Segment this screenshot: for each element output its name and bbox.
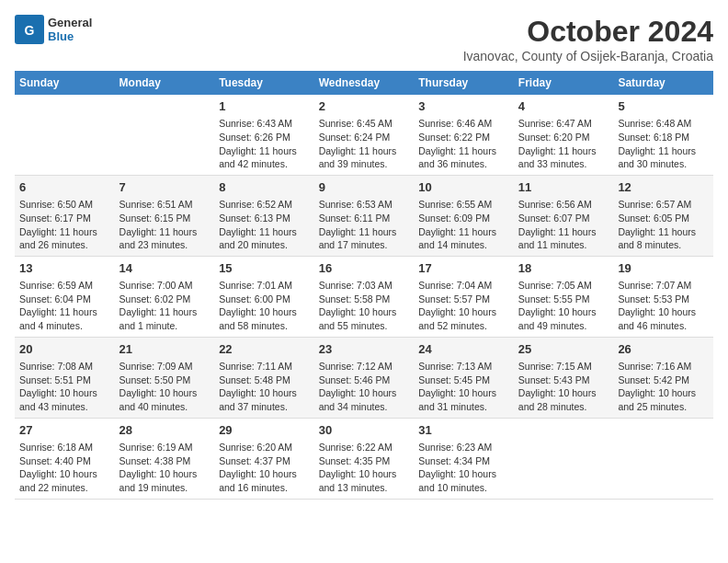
calendar-table: SundayMondayTuesdayWednesdayThursdayFrid…: [15, 71, 713, 500]
day-header-wednesday: Wednesday: [314, 71, 415, 95]
page-header: G General Blue October 2024 Ivanovac, Co…: [15, 15, 713, 63]
calendar-cell: 11Sunrise: 6:56 AMSunset: 6:07 PMDayligh…: [514, 175, 614, 256]
day-header-thursday: Thursday: [414, 71, 514, 95]
calendar-cell: 9Sunrise: 6:53 AMSunset: 6:11 PMDaylight…: [314, 175, 415, 256]
page-title: October 2024: [463, 15, 713, 49]
calendar-cell: 16Sunrise: 7:03 AMSunset: 5:58 PMDayligh…: [314, 256, 415, 337]
calendar-cell: 22Sunrise: 7:11 AMSunset: 5:48 PMDayligh…: [214, 337, 314, 418]
calendar-week-row: 1Sunrise: 6:43 AMSunset: 6:26 PMDaylight…: [15, 95, 713, 175]
calendar-cell: 28Sunrise: 6:19 AMSunset: 4:38 PMDayligh…: [115, 418, 215, 499]
calendar-cell: [15, 95, 115, 175]
day-info: Sunrise: 7:15 AMSunset: 5:43 PMDaylight:…: [518, 360, 609, 414]
calendar-cell: 1Sunrise: 6:43 AMSunset: 6:26 PMDaylight…: [214, 95, 314, 175]
day-number: 30: [319, 422, 410, 439]
day-info: Sunrise: 6:48 AMSunset: 6:18 PMDaylight:…: [618, 117, 709, 171]
title-block: October 2024 Ivanovac, County of Osijek-…: [463, 15, 713, 63]
day-header-tuesday: Tuesday: [214, 71, 314, 95]
calendar-cell: 2Sunrise: 6:45 AMSunset: 6:24 PMDaylight…: [314, 95, 415, 175]
day-number: 8: [219, 179, 310, 196]
calendar-cell: 7Sunrise: 6:51 AMSunset: 6:15 PMDaylight…: [115, 175, 215, 256]
calendar-cell: 15Sunrise: 7:01 AMSunset: 6:00 PMDayligh…: [214, 256, 314, 337]
day-number: 14: [119, 260, 210, 277]
calendar-cell: [613, 418, 713, 499]
calendar-week-row: 13Sunrise: 6:59 AMSunset: 6:04 PMDayligh…: [15, 256, 713, 337]
day-info: Sunrise: 6:52 AMSunset: 6:13 PMDaylight:…: [219, 198, 310, 252]
day-number: 27: [19, 422, 110, 439]
day-info: Sunrise: 7:08 AMSunset: 5:51 PMDaylight:…: [19, 360, 110, 414]
day-header-friday: Friday: [514, 71, 614, 95]
calendar-cell: 20Sunrise: 7:08 AMSunset: 5:51 PMDayligh…: [15, 337, 115, 418]
day-number: 31: [418, 422, 509, 439]
day-number: 19: [618, 260, 709, 277]
calendar-cell: 24Sunrise: 7:13 AMSunset: 5:45 PMDayligh…: [414, 337, 514, 418]
day-number: 23: [319, 341, 410, 358]
day-header-monday: Monday: [115, 71, 215, 95]
day-number: 16: [319, 260, 410, 277]
calendar-cell: 17Sunrise: 7:04 AMSunset: 5:57 PMDayligh…: [414, 256, 514, 337]
calendar-week-row: 20Sunrise: 7:08 AMSunset: 5:51 PMDayligh…: [15, 337, 713, 418]
calendar-header-row: SundayMondayTuesdayWednesdayThursdayFrid…: [15, 71, 713, 95]
day-number: 7: [119, 179, 210, 196]
calendar-cell: 30Sunrise: 6:22 AMSunset: 4:35 PMDayligh…: [314, 418, 415, 499]
day-number: 5: [618, 98, 709, 115]
day-info: Sunrise: 7:01 AMSunset: 6:00 PMDaylight:…: [219, 279, 310, 333]
day-number: 15: [219, 260, 310, 277]
day-info: Sunrise: 6:19 AMSunset: 4:38 PMDaylight:…: [119, 441, 210, 495]
calendar-cell: 29Sunrise: 6:20 AMSunset: 4:37 PMDayligh…: [214, 418, 314, 499]
day-number: 26: [618, 341, 709, 358]
calendar-week-row: 6Sunrise: 6:50 AMSunset: 6:17 PMDaylight…: [15, 175, 713, 256]
day-info: Sunrise: 7:13 AMSunset: 5:45 PMDaylight:…: [418, 360, 509, 414]
day-info: Sunrise: 6:23 AMSunset: 4:34 PMDaylight:…: [418, 441, 509, 495]
day-header-saturday: Saturday: [613, 71, 713, 95]
day-info: Sunrise: 7:05 AMSunset: 5:55 PMDaylight:…: [518, 279, 609, 333]
calendar-cell: [115, 95, 215, 175]
day-info: Sunrise: 6:55 AMSunset: 6:09 PMDaylight:…: [418, 198, 509, 252]
day-info: Sunrise: 7:03 AMSunset: 5:58 PMDaylight:…: [319, 279, 410, 333]
day-info: Sunrise: 7:09 AMSunset: 5:50 PMDaylight:…: [119, 360, 210, 414]
calendar-cell: 4Sunrise: 6:47 AMSunset: 6:20 PMDaylight…: [514, 95, 614, 175]
calendar-cell: 21Sunrise: 7:09 AMSunset: 5:50 PMDayligh…: [115, 337, 215, 418]
day-number: 18: [518, 260, 609, 277]
calendar-cell: 6Sunrise: 6:50 AMSunset: 6:17 PMDaylight…: [15, 175, 115, 256]
day-number: 3: [418, 98, 509, 115]
calendar-cell: 10Sunrise: 6:55 AMSunset: 6:09 PMDayligh…: [414, 175, 514, 256]
day-info: Sunrise: 7:16 AMSunset: 5:42 PMDaylight:…: [618, 360, 709, 414]
calendar-cell: 18Sunrise: 7:05 AMSunset: 5:55 PMDayligh…: [514, 256, 614, 337]
calendar-cell: 27Sunrise: 6:18 AMSunset: 4:40 PMDayligh…: [15, 418, 115, 499]
day-info: Sunrise: 7:07 AMSunset: 5:53 PMDaylight:…: [618, 279, 709, 333]
svg-text:G: G: [25, 23, 35, 38]
day-info: Sunrise: 6:51 AMSunset: 6:15 PMDaylight:…: [119, 198, 210, 252]
day-number: 6: [19, 179, 110, 196]
logo: G General Blue: [15, 15, 92, 44]
day-number: 13: [19, 260, 110, 277]
day-number: 22: [219, 341, 310, 358]
day-info: Sunrise: 6:57 AMSunset: 6:05 PMDaylight:…: [618, 198, 709, 252]
day-info: Sunrise: 7:11 AMSunset: 5:48 PMDaylight:…: [219, 360, 310, 414]
day-info: Sunrise: 6:22 AMSunset: 4:35 PMDaylight:…: [319, 441, 410, 495]
day-info: Sunrise: 6:47 AMSunset: 6:20 PMDaylight:…: [518, 117, 609, 171]
logo-general: General: [48, 16, 92, 29]
day-info: Sunrise: 6:20 AMSunset: 4:37 PMDaylight:…: [219, 441, 310, 495]
calendar-cell: 25Sunrise: 7:15 AMSunset: 5:43 PMDayligh…: [514, 337, 614, 418]
calendar-cell: 19Sunrise: 7:07 AMSunset: 5:53 PMDayligh…: [613, 256, 713, 337]
day-number: 28: [119, 422, 210, 439]
day-number: 29: [219, 422, 310, 439]
day-info: Sunrise: 6:59 AMSunset: 6:04 PMDaylight:…: [19, 279, 110, 333]
day-number: 17: [418, 260, 509, 277]
page-subtitle: Ivanovac, County of Osijek-Baranja, Croa…: [463, 49, 713, 63]
day-number: 1: [219, 98, 310, 115]
logo-blue: Blue: [48, 29, 92, 43]
calendar-cell: 26Sunrise: 7:16 AMSunset: 5:42 PMDayligh…: [613, 337, 713, 418]
calendar-cell: 13Sunrise: 6:59 AMSunset: 6:04 PMDayligh…: [15, 256, 115, 337]
day-number: 2: [319, 98, 410, 115]
calendar-cell: 3Sunrise: 6:46 AMSunset: 6:22 PMDaylight…: [414, 95, 514, 175]
day-info: Sunrise: 7:12 AMSunset: 5:46 PMDaylight:…: [319, 360, 410, 414]
day-info: Sunrise: 6:18 AMSunset: 4:40 PMDaylight:…: [19, 441, 110, 495]
calendar-cell: 31Sunrise: 6:23 AMSunset: 4:34 PMDayligh…: [414, 418, 514, 499]
day-number: 21: [119, 341, 210, 358]
day-number: 20: [19, 341, 110, 358]
day-number: 9: [319, 179, 410, 196]
day-info: Sunrise: 6:43 AMSunset: 6:26 PMDaylight:…: [219, 117, 310, 171]
day-number: 11: [518, 179, 609, 196]
day-info: Sunrise: 6:53 AMSunset: 6:11 PMDaylight:…: [319, 198, 410, 252]
